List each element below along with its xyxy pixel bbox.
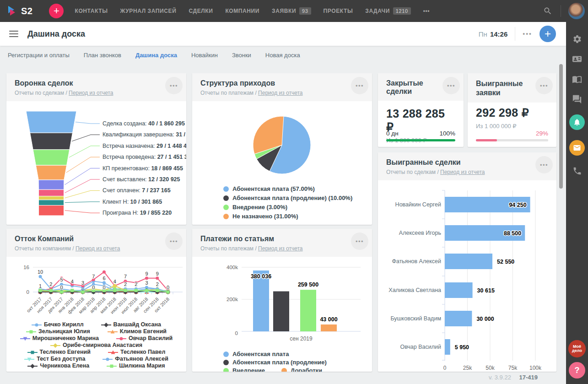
legend-item[interactable]: Бечко Кирилл — [32, 321, 84, 328]
hamburger-menu-icon[interactable] — [9, 31, 18, 37]
nav-item[interactable]: ПРОЕКТЫ — [324, 8, 353, 14]
nav-item[interactable]: ЗАДАЧИ1210 — [365, 7, 410, 15]
widget-menu-button[interactable]: ••• — [351, 233, 368, 250]
period-link[interactable]: Период из отчета — [258, 245, 302, 252]
svg-text:0: 0 — [60, 285, 63, 290]
nav-item[interactable]: ЗАЯВКИ93 — [272, 7, 311, 15]
user-avatar[interactable] — [568, 3, 585, 19]
tab-Звонки[interactable]: Звонки — [232, 52, 251, 59]
moedelo-badge[interactable]: Моё дело — [568, 340, 586, 357]
payments-bar-chart: 400k200k0380 036259 50043 000сен 2019 — [192, 257, 372, 346]
legend-item[interactable]: Абонентская плата (продление) (10.00%) — [223, 195, 372, 201]
legend-item[interactable]: Зельницкая Юлия — [26, 328, 90, 335]
legend-item[interactable]: Тесленко Павел — [108, 349, 166, 356]
mail-button[interactable] — [569, 140, 585, 156]
legend-item[interactable]: Тест Без доступа — [24, 356, 85, 362]
tab-Новая доска[interactable]: Новая доска — [265, 52, 300, 59]
contacts-card-icon[interactable] — [572, 54, 582, 64]
legend-item[interactable]: Абонентская плата (продление) — [223, 358, 327, 367]
widget-menu-button[interactable]: ••• — [535, 156, 553, 173]
widget-menu-button[interactable]: ••• — [442, 77, 460, 94]
tab-Новайкин[interactable]: Новайкин — [191, 52, 218, 59]
legend-item[interactable]: Внедрение (3.00%) — [223, 204, 372, 211]
widget-report-source: Отчеты по сделкам — [15, 90, 64, 96]
nav-item[interactable]: КОМПАНИИ — [225, 8, 259, 14]
svg-text:Новайкин Сергей: Новайкин Сергей — [395, 201, 441, 208]
page-header: Дашина доска Пн 14:26 ••• + — [0, 22, 566, 46]
svg-text:Счет оплачен: 7 / 237 165: Счет оплачен: 7 / 237 165 — [102, 187, 171, 194]
legend-item[interactable]: Шилкина Мария — [107, 362, 165, 369]
svg-text:200k: 200k — [227, 297, 238, 302]
svg-text:10: 10 — [38, 269, 43, 275]
legend-item[interactable]: Овчар Василий — [116, 335, 173, 342]
legend-item[interactable]: Мирошниченко Марина — [20, 335, 99, 342]
settings-gear-icon[interactable] — [572, 34, 582, 44]
nav-item[interactable]: СДЕЛКИ — [189, 8, 213, 14]
svg-text:2: 2 — [124, 281, 127, 287]
svg-text:30 615: 30 615 — [477, 287, 495, 294]
widget-closed-deals: Закрытые сделки ••• 13 288 285 ₽ Из 1 80… — [378, 73, 464, 147]
widget-title: Отток Компаний — [15, 235, 161, 243]
svg-text:75k: 75k — [508, 365, 518, 371]
legend-item[interactable]: Фатьянов Алексей — [102, 356, 168, 362]
quick-add-button[interactable]: + — [49, 4, 64, 18]
legend-item[interactable]: Климов Евгений — [108, 328, 167, 335]
period-link[interactable]: Период из отчета — [76, 245, 120, 252]
widget-title: Выигранные сделки — [386, 158, 531, 167]
widget-income-structure: Структура приходов Отчеты по платежам / … — [192, 73, 372, 225]
legend-item[interactable]: Орибе-смирнова Анастасия — [50, 342, 142, 349]
legend-item[interactable]: Ваншайд Оксана — [101, 321, 161, 328]
knowledge-book-icon[interactable] — [572, 74, 582, 84]
widget-menu-button[interactable]: ••• — [535, 77, 553, 94]
nav-item[interactable]: ЖУРНАЛ ЗАПИСЕЙ — [120, 8, 177, 14]
churn-legend: Бечко КириллВаншайд ОксанаЗельницкая Юли… — [6, 321, 186, 369]
legend-item[interactable]: Не назначено (31.00%) — [223, 213, 372, 220]
svg-text:100k: 100k — [529, 365, 542, 371]
legend-item[interactable]: Внедрение — [223, 367, 265, 372]
widget-menu-button[interactable]: ••• — [165, 233, 183, 250]
svg-text:2: 2 — [49, 281, 52, 287]
legend-item[interactable]: Абонентская плата (57.00%) — [223, 185, 372, 192]
chat-icon[interactable] — [572, 94, 582, 104]
svg-text:3: 3 — [145, 280, 148, 286]
version-footer: v. 3.9.22 17-419 — [489, 374, 538, 381]
dashboard: Воронка сделок Отчеты по сделкам / Перио… — [0, 64, 566, 384]
logo-icon — [6, 5, 18, 17]
notifications-bell-button[interactable] — [569, 114, 585, 130]
period-link[interactable]: Период из отчета — [69, 90, 113, 96]
header-more-button[interactable]: ••• — [523, 30, 532, 38]
svg-text:259 500: 259 500 — [298, 281, 318, 288]
tab-Дашина доска[interactable]: Дашина доска — [135, 52, 177, 59]
widget-menu-button[interactable]: ••• — [165, 77, 183, 94]
svg-text:6: 6 — [102, 276, 105, 281]
help-button[interactable]: ? — [569, 362, 585, 379]
legend-item[interactable]: Доработки — [281, 367, 322, 372]
kpi-left-label: 0 дн — [386, 130, 399, 137]
svg-text:Овчар Василий: Овчар Василий — [400, 344, 441, 350]
vertical-scrollbar[interactable] — [559, 64, 563, 189]
widget-title: Выигранные заявки — [476, 79, 534, 97]
svg-text:0: 0 — [443, 365, 447, 371]
svg-text:4: 4 — [113, 279, 116, 284]
tab-План звонков[interactable]: План звонков — [84, 52, 121, 59]
svg-text:сен 2019: сен 2019 — [290, 335, 313, 342]
build-number: 17-419 — [519, 374, 538, 381]
app-logo[interactable]: S2 — [0, 5, 39, 17]
kpi-percent-label: 100% — [439, 130, 455, 137]
nav-badge: 1210 — [393, 7, 411, 15]
nav-item[interactable]: КОНТАКТЫ — [75, 8, 108, 14]
period-link[interactable]: Период из отчета — [258, 90, 302, 96]
widget-menu-button[interactable]: ••• — [351, 77, 368, 94]
phone-icon[interactable] — [572, 166, 582, 176]
funnel-chart: Сделка создана: 40 / 1 860 295Квалификац… — [6, 101, 186, 225]
legend-item[interactable]: Абонентская плата — [223, 350, 289, 358]
svg-text:Сделка создана: 40 / 1 860 295: Сделка создана: 40 / 1 860 295 — [102, 120, 185, 127]
widget-payments-by-category: Платежи по статьям Отчеты по платежам / … — [192, 229, 372, 372]
legend-item[interactable]: Тесленко Евгений — [27, 349, 91, 356]
legend-item[interactable]: Черникова Елена — [27, 362, 89, 369]
period-link[interactable]: Период из отчета — [440, 169, 485, 175]
nav-item[interactable]: ••• — [423, 8, 430, 14]
add-dashboard-button[interactable]: + — [539, 26, 556, 42]
tab-Регистрации и оплаты[interactable]: Регистрации и оплаты — [8, 52, 70, 59]
search-icon[interactable] — [543, 6, 552, 16]
